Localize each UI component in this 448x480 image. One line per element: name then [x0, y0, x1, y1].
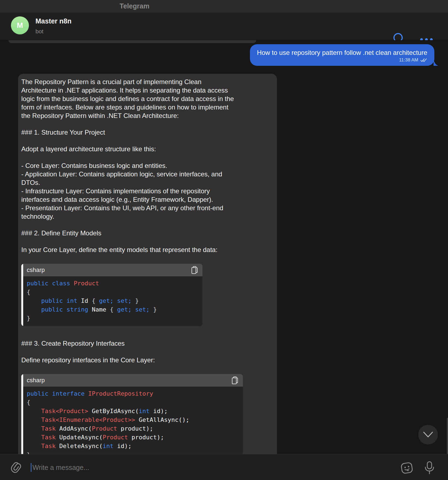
code-language-label: csharp	[27, 377, 45, 384]
copy-icon	[191, 266, 198, 274]
scroll-to-bottom-button[interactable]	[418, 425, 438, 445]
message-composer: Write a message...	[0, 454, 448, 480]
code-block-accent-stripe	[21, 374, 23, 454]
chat-title: Master n8n	[35, 17, 71, 25]
code-block-product-class: csharp public class Product{ public int …	[21, 264, 202, 326]
code-block-content: public class Product{ public int Id { ge…	[21, 276, 202, 326]
message-heading-1: ### 1. Structure Your Project	[21, 128, 270, 137]
message-paragraph: Define repository interfaces in the Core…	[21, 356, 270, 364]
read-double-check-icon	[420, 58, 427, 62]
scrollbar[interactable]	[447, 418, 448, 454]
outgoing-message-bubble[interactable]: How to use repository pattern follow .ne…	[250, 44, 434, 66]
message-bullet-list: - Core Layer: Contains business logic an…	[21, 161, 270, 221]
message-paragraph: Adopt a layered architecture structure l…	[21, 145, 270, 153]
chevron-down-icon	[423, 431, 434, 438]
outgoing-message-time: 11:38 AM	[399, 57, 418, 63]
copy-code-button[interactable]	[231, 376, 239, 385]
outgoing-message-text: How to use repository pattern follow .ne…	[257, 48, 427, 57]
avatar[interactable]: M	[11, 16, 29, 34]
copy-icon	[231, 376, 238, 384]
chat-header[interactable]: M Master n8n bot	[0, 13, 448, 40]
voice-message-button[interactable]	[423, 461, 437, 475]
message-paragraph: In your Core Layer, define the entity mo…	[21, 245, 270, 254]
copy-code-button[interactable]	[190, 266, 199, 274]
message-paragraph: The Repository Pattern is a crucial part…	[21, 78, 270, 120]
message-heading-3: ### 3. Create Repository Interfaces	[21, 339, 270, 348]
chat-subtitle-bot: bot	[35, 28, 43, 35]
sticker-emoji-button[interactable]	[400, 461, 414, 475]
app-title: Telegram	[106, 2, 163, 10]
message-heading-2: ### 2. Define Entity Models	[21, 229, 270, 237]
message-input[interactable]: Write a message...	[31, 462, 383, 473]
window-title-bar: Telegram	[0, 0, 448, 13]
bubble-tail	[434, 59, 438, 66]
code-block-repository-interface: csharp public interface IProductReposito…	[21, 374, 243, 454]
paperclip-icon	[9, 460, 23, 475]
text-cursor	[31, 463, 31, 472]
code-block-accent-stripe	[21, 264, 23, 326]
attach-file-button[interactable]	[9, 460, 23, 475]
message-input-placeholder: Write a message...	[32, 464, 89, 472]
code-block-content: public interface IProductRepository{ Tas…	[21, 387, 243, 454]
microphone-icon	[423, 461, 436, 475]
message-list[interactable]: How to use repository pattern follow .ne…	[0, 40, 448, 454]
code-language-label: csharp	[27, 266, 45, 274]
bot-message-bubble[interactable]: The Repository Pattern is a crucial part…	[18, 74, 277, 454]
previous-message-partial	[8, 40, 256, 43]
sticker-icon	[400, 461, 414, 475]
